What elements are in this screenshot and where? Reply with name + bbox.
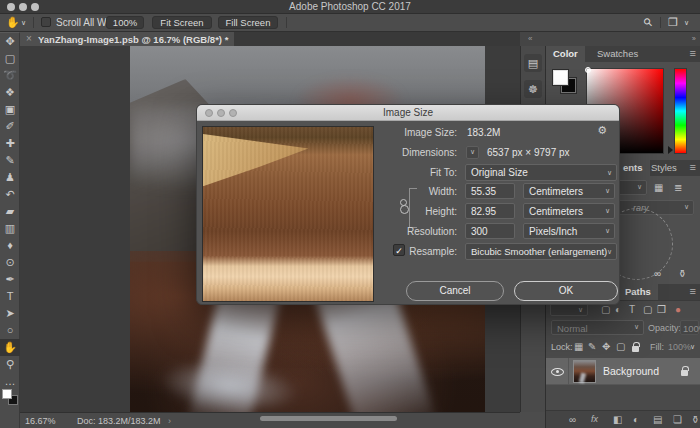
adjustment-layer-icon[interactable]: ◐ (633, 414, 639, 425)
fit-screen-button[interactable]: Fit Screen (152, 16, 212, 29)
hand-tool-icon[interactable]: ✋ (6, 16, 20, 29)
tool-pen[interactable]: ✒ (0, 271, 20, 288)
panel-menu-icon[interactable]: ≡ (690, 161, 696, 173)
dimensions-unit-dropdown[interactable]: ∨ (466, 146, 479, 159)
grid-view-icon[interactable]: ▦ (654, 182, 663, 193)
new-layer-icon[interactable]: ❏ (673, 414, 682, 425)
tool-healing[interactable]: ✚ (0, 135, 20, 152)
tool-move[interactable]: ✥ (0, 33, 20, 50)
gear-icon[interactable]: ⚙ (597, 124, 607, 137)
width-input[interactable]: 55.35 (465, 183, 515, 199)
resolution-unit: Pixels/Inch (529, 226, 577, 237)
resample-dropdown[interactable]: Bicubic Smoother (enlargement) ∨ (465, 243, 617, 260)
tab-swatches[interactable]: Swatches (590, 46, 645, 62)
layer-thumbnail[interactable] (573, 360, 596, 383)
properties-panel-icon[interactable]: ▤ (524, 54, 542, 72)
filter-type-icon[interactable]: T (629, 304, 635, 315)
lock-label: Lock: (551, 342, 573, 352)
width-unit-dropdown[interactable]: Centimeters ∨ (523, 183, 615, 199)
hue-slider-marker[interactable] (668, 146, 673, 154)
foreground-color-swatch[interactable] (2, 389, 12, 399)
chevron-down-icon[interactable]: ∨ (690, 343, 695, 351)
resolution-input[interactable]: 300 (465, 223, 515, 239)
delete-layer-icon[interactable]: ⚱ (691, 414, 699, 425)
dialog-titlebar[interactable]: Image Size (197, 105, 619, 121)
tool-type[interactable]: T (0, 288, 20, 305)
tab-styles[interactable]: Styles (644, 160, 684, 176)
tool-marquee[interactable]: ▢ (0, 50, 20, 67)
tool-eyedropper[interactable]: ✐ (0, 118, 20, 135)
tool-lasso[interactable]: ➰ (0, 67, 20, 84)
workspace-icon[interactable]: ❐ (668, 16, 678, 29)
ok-button[interactable]: OK (514, 281, 618, 301)
tool-quick-select[interactable]: ❖ (0, 84, 20, 101)
tool-preset-chevron-icon[interactable]: ∨ (21, 19, 26, 27)
tool-more[interactable]: … (0, 373, 20, 390)
fill-screen-button[interactable]: Fill Screen (218, 16, 278, 29)
zoom-level-field[interactable]: 16.67% (25, 416, 56, 426)
adjustments-panel-icon[interactable]: ☸ (524, 80, 542, 98)
panel-menu-icon[interactable]: ≡ (690, 47, 696, 59)
collapse-panels-icon[interactable]: ‹‹ (528, 34, 531, 43)
panel-menu-icon[interactable]: ≡ (690, 285, 696, 297)
workspace-chevron-icon[interactable]: ∨ (684, 19, 689, 27)
search-icon[interactable]: ⚲ (641, 15, 656, 30)
expand-panels-icon[interactable]: ›› (692, 34, 695, 43)
filter-pixel-icon[interactable]: ▢ (601, 304, 610, 315)
trash-icon[interactable]: ⚱ (678, 268, 686, 279)
lock-artboard-icon[interactable]: ▢ (616, 341, 625, 352)
tool-dodge[interactable]: ⊙ (0, 254, 20, 271)
lock-paint-icon[interactable]: ✎ (588, 341, 596, 352)
filter-pin-icon[interactable]: ● (675, 304, 681, 315)
scroll-all-windows-checkbox[interactable] (41, 17, 51, 27)
link-layers-icon[interactable]: ∞ (569, 414, 576, 425)
opacity-dropdown[interactable]: 100% (680, 320, 699, 335)
tool-zoom[interactable]: ⚲ (0, 356, 20, 373)
tool-gradient[interactable]: ▥ (0, 220, 20, 237)
new-group-icon[interactable]: ▤ (653, 414, 662, 425)
tool-crop[interactable]: ▣ (0, 101, 20, 118)
tool-shape[interactable]: ○ (0, 322, 20, 339)
layer-effects-icon[interactable]: fx (591, 414, 598, 424)
panel-foreground-swatch[interactable] (553, 70, 568, 85)
lock-transparent-icon[interactable]: ▦ (574, 341, 583, 352)
resolution-unit-dropdown[interactable]: Pixels/Inch ∨ (523, 223, 615, 239)
chevron-down-icon: ∨ (605, 207, 610, 215)
image-size-preview[interactable] (202, 126, 374, 302)
fill-value[interactable]: 100% (668, 342, 691, 352)
close-tab-icon[interactable]: × (26, 33, 32, 44)
hue-slider[interactable] (674, 68, 687, 154)
tab-paths[interactable]: Paths (618, 284, 658, 300)
fill-label: Fill: (650, 342, 664, 352)
document-tab[interactable]: × YanZhang-Image1.psb @ 16.7% (RGB/8*) * (20, 32, 234, 46)
fit-to-dropdown[interactable]: Original Size ∨ (465, 164, 617, 181)
lock-move-icon[interactable]: ✥ (602, 341, 610, 352)
layer-row-background[interactable]: Background (546, 358, 700, 385)
tool-history-brush[interactable]: ↶ (0, 186, 20, 203)
layer-mask-icon[interactable]: ◧ (613, 414, 622, 425)
tool-path-select[interactable]: ➤ (0, 305, 20, 322)
lock-all-icon[interactable] (632, 346, 639, 352)
color-picker-marker[interactable] (585, 67, 591, 73)
height-input[interactable]: 82.95 (465, 203, 515, 219)
status-chevron-icon[interactable]: › (168, 416, 171, 426)
height-unit-dropdown[interactable]: Centimeters ∨ (523, 203, 615, 219)
blend-mode-dropdown[interactable]: Normal ∨ (551, 320, 644, 335)
horizontal-scrollbar[interactable] (260, 416, 397, 421)
tool-hand[interactable]: ✋ (0, 339, 20, 356)
tool-eraser[interactable]: ▰ (0, 203, 20, 220)
filter-adjustment-icon[interactable]: ◐ (615, 304, 621, 315)
cancel-button[interactable]: Cancel (406, 281, 504, 301)
zoom-100-button[interactable]: 100% (106, 16, 144, 29)
tool-blur[interactable]: ♦ (0, 237, 20, 254)
eye-icon[interactable] (551, 368, 564, 376)
tab-color[interactable]: Color (546, 46, 585, 62)
list-view-icon[interactable]: ≣ (674, 182, 682, 193)
link-icon[interactable]: ∞ (654, 268, 661, 279)
visibility-cell[interactable] (546, 358, 569, 385)
filter-smart-object-icon[interactable]: ❐ (657, 304, 666, 315)
filter-shape-icon[interactable]: ▢ (643, 304, 652, 315)
tool-brush[interactable]: ✎ (0, 152, 20, 169)
constrain-proportions-icon[interactable] (400, 199, 407, 206)
tool-stamp[interactable]: ♟ (0, 169, 20, 186)
